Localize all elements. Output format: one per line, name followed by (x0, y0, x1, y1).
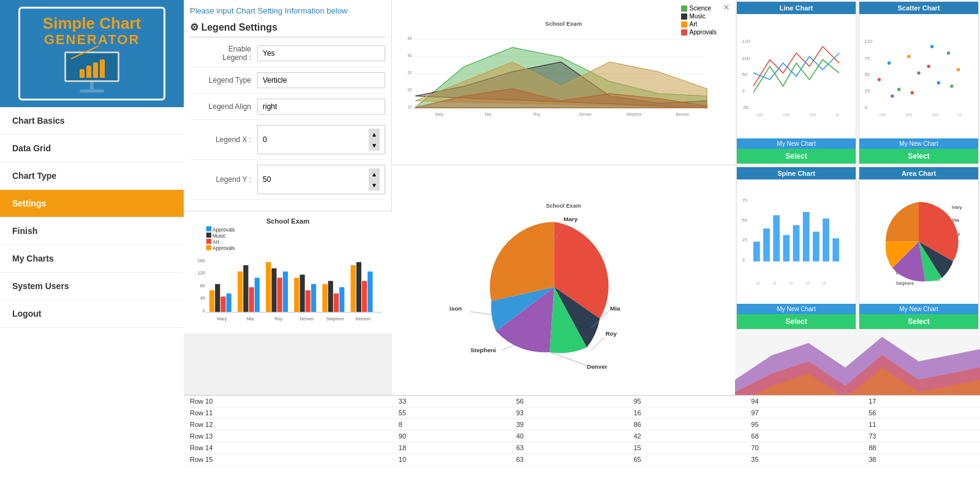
svg-rect-18 (238, 271, 243, 312)
svg-text:0: 0 (742, 88, 745, 94)
svg-text:Mary: Mary (564, 216, 578, 222)
svg-text:Benson: Benson (676, 112, 690, 116)
label-legend-type: Legend Type (190, 76, 257, 85)
svg-text:Mia: Mia (485, 112, 492, 116)
input-enable-legend[interactable] (257, 45, 385, 61)
svg-line-72 (592, 337, 605, 350)
form-row-legend-y: Legend Y : 50 ▲ ▼ (190, 165, 385, 200)
main-content: Please input Chart Setting Information b… (184, 0, 980, 490)
svg-rect-15 (215, 284, 220, 312)
line-chart-title: Line Chart (737, 2, 856, 14)
svg-text:120: 120 (198, 271, 205, 276)
svg-rect-119 (803, 212, 810, 262)
svg-text:110: 110 (865, 39, 873, 44)
spinner-x-up[interactable]: ▲ (369, 129, 380, 140)
svg-text:46: 46 (407, 36, 412, 40)
svg-rect-36 (362, 281, 367, 312)
svg-text:25: 25 (742, 238, 747, 243)
svg-text:20: 20 (407, 88, 412, 92)
svg-text:0: 0 (742, 257, 745, 263)
svg-text:///: /// (823, 281, 826, 285)
input-legend-type[interactable] (257, 72, 385, 88)
spinner-y-up[interactable]: ▲ (369, 168, 380, 179)
svg-text:Denver: Denver (579, 112, 592, 116)
sidebar-item-chart-basics[interactable]: Chart Basics (0, 107, 184, 135)
svg-text:Approvals: Approvals (213, 246, 235, 251)
svg-text:///: /// (756, 281, 760, 285)
form-row-enable-legend: EnableLegend : (190, 45, 385, 67)
spine-chart-svg: 75 50 25 0 (737, 179, 856, 304)
form-row-legend-type: Legend Type (190, 72, 385, 94)
spinner-y-down[interactable]: ▼ (369, 179, 380, 190)
svg-rect-114 (753, 242, 760, 262)
svg-rect-3 (206, 233, 211, 238)
svg-text:50: 50 (742, 217, 747, 223)
table-row: Row 151063653538 (184, 454, 980, 466)
logo-monitor (31, 51, 153, 92)
logo-generator: GENERATOR (31, 32, 153, 48)
svg-text:Benson: Benson (356, 317, 371, 322)
pie-chart-svg: School Exam Mary (401, 171, 726, 389)
svg-rect-5 (206, 239, 211, 244)
spine-chart-body: 75 50 25 0 (737, 179, 856, 304)
svg-text:School Exam: School Exam (545, 20, 582, 27)
svg-text:Music: Music (213, 233, 225, 239)
sidebar-item-system-users[interactable]: System Users (0, 273, 184, 300)
spine-chart-select-button[interactable]: Select (737, 314, 856, 329)
svg-text:Roy: Roy (533, 112, 541, 117)
form-instruction: Please input Chart Setting Information b… (190, 6, 385, 15)
svg-rect-7 (206, 245, 211, 250)
logo-base (80, 89, 104, 92)
scatter-chart-card: Scatter Chart 110 75 50 25 0 (859, 1, 979, 164)
svg-text:///: /// (959, 113, 962, 117)
spinner-x-buttons: ▲ ▼ (369, 129, 380, 151)
svg-point-95 (897, 88, 900, 91)
logo-bar-4 (100, 59, 105, 78)
svg-text:///: /// (790, 281, 793, 285)
logo-area: Simple Chart GENERATOR (0, 0, 184, 107)
svg-text:Mary: Mary (952, 205, 962, 210)
svg-text:///: /// (773, 281, 777, 285)
sidebar-item-data-grid[interactable]: Data Grid (0, 135, 184, 162)
table-row: Row 141863157088 (184, 442, 980, 454)
svg-point-102 (891, 94, 894, 97)
input-legend-align[interactable] (257, 99, 385, 115)
close-area-chart-button[interactable]: ✕ (723, 2, 730, 12)
svg-text://////: ////// (756, 113, 763, 117)
line-chart-select-button[interactable]: Select (737, 149, 856, 164)
svg-point-99 (937, 81, 940, 85)
svg-point-105 (950, 85, 953, 88)
scatter-chart-select-button[interactable]: Select (859, 149, 978, 164)
area-chart-select-button[interactable]: Select (859, 314, 978, 329)
form-row-legend-align: Legend Align (190, 99, 385, 120)
svg-text:Roy: Roy (274, 317, 282, 322)
spine-chart-title: Spine Chart (737, 167, 856, 179)
svg-rect-122 (832, 238, 839, 262)
svg-point-101 (957, 68, 960, 71)
svg-rect-30 (322, 284, 327, 312)
sidebar-item-settings[interactable]: Settings (0, 190, 184, 217)
svg-point-94 (888, 61, 891, 64)
svg-rect-14 (209, 290, 214, 312)
svg-text:0: 0 (203, 309, 205, 314)
svg-rect-120 (813, 232, 820, 261)
svg-text:Stepheni: Stepheni (470, 347, 496, 353)
svg-text:110: 110 (742, 39, 750, 44)
form-panel: Please input Chart Setting Information b… (184, 0, 392, 211)
sidebar-item-logout[interactable]: Logout (0, 300, 184, 328)
table-row: Row 12839869511 (184, 419, 980, 431)
sidebar-item-my-charts[interactable]: My Charts (0, 245, 184, 273)
sidebar-item-chart-type[interactable]: Chart Type (0, 162, 184, 190)
svg-text:Mary: Mary (217, 317, 227, 322)
svg-point-100 (947, 51, 950, 55)
right-top-row: Line Chart 110 100 50 0 -50 ////// (735, 0, 980, 165)
legend-music-dot (681, 13, 687, 20)
svg-text:School Exam: School Exam (266, 217, 310, 225)
spinner-x-down[interactable]: ▼ (369, 140, 380, 151)
area-chart-legend: Science Music Art Approvals (681, 5, 717, 36)
legend-science: Science (681, 5, 717, 12)
svg-text:40: 40 (407, 53, 412, 58)
svg-rect-22 (266, 262, 271, 312)
svg-text:-50: -50 (742, 105, 749, 110)
sidebar-item-finish[interactable]: Finish (0, 217, 184, 245)
